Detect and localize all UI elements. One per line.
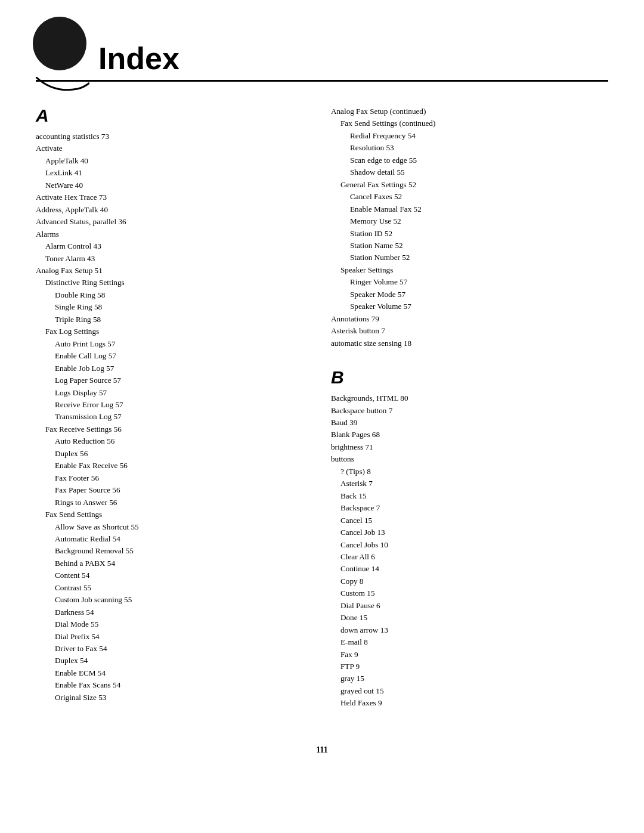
list-item: Fax Send Settings (continued)	[340, 117, 608, 129]
list-item: Duplex 54	[55, 655, 313, 667]
page-footer: 111	[0, 745, 644, 773]
header-circle-decoration	[33, 17, 86, 70]
page: Index A accounting statistics 73Activate…	[0, 0, 644, 833]
list-item: Cancel Faxes 52	[350, 191, 608, 203]
list-item: Enable Job Log 57	[55, 363, 313, 374]
list-item: Backspace 7	[340, 502, 608, 514]
list-item: LexLink 41	[45, 167, 313, 179]
list-item: Alarms	[36, 228, 313, 240]
list-item: Duplex 56	[55, 448, 313, 460]
page-number: 111	[316, 745, 327, 754]
list-item: Alarm Control 43	[45, 240, 313, 252]
list-item: Fax Send Settings	[45, 509, 313, 521]
left-column: A accounting statistics 73ActivateAppleT…	[36, 106, 313, 710]
list-item: Memory Use 52	[350, 215, 608, 227]
right-column: Analog Fax Setup (continued) Fax Send Se…	[331, 106, 608, 710]
section-b-area: B Backgrounds, HTML 80Backspace button 7…	[331, 367, 608, 710]
list-item: Speaker Volume 57	[350, 301, 608, 312]
right-analog-entries: Fax Send Settings (continued)Redial Freq…	[331, 117, 608, 312]
list-item: Cancel 15	[340, 515, 608, 527]
list-item: Station Number 52	[350, 252, 608, 264]
list-item: Behind a PABX 54	[55, 558, 313, 569]
list-item: ? (Tips) 8	[340, 466, 608, 478]
list-item: Fax Paper Source 56	[55, 484, 313, 496]
list-item: Fax Footer 56	[55, 472, 313, 484]
list-item: Logs Display 57	[55, 387, 313, 399]
list-item: Enable ECM 54	[55, 667, 313, 679]
list-item: Redial Frequency 54	[350, 130, 608, 142]
list-item: Content 54	[55, 569, 313, 581]
list-item: Custom Job scanning 55	[55, 594, 313, 606]
list-item: Ringer Volume 57	[350, 276, 608, 288]
analog-continued-header: Analog Fax Setup (continued)	[331, 106, 608, 117]
list-item: Dial Mode 55	[55, 618, 313, 630]
list-item: Baud 39	[331, 417, 608, 429]
list-item: grayed out 15	[340, 685, 608, 697]
list-item: Activate Hex Trace 73	[36, 191, 313, 203]
list-item: Rings to Answer 56	[55, 497, 313, 509]
list-item: Enable Call Log 57	[55, 350, 313, 362]
list-item: Transmission Log 57	[55, 411, 313, 423]
header-area: Index	[0, 0, 644, 74]
list-item: Asterisk 7	[340, 478, 608, 490]
list-item: Cancel Jobs 10	[340, 539, 608, 551]
right-b-entries: Backgrounds, HTML 80Backspace button 7Ba…	[331, 392, 608, 710]
list-item: Analog Fax Setup 51	[36, 265, 313, 277]
list-item: Automatic Redial 54	[55, 533, 313, 545]
list-item: Custom 15	[340, 587, 608, 599]
list-item: Station ID 52	[350, 228, 608, 240]
list-item: Held Faxes 9	[340, 697, 608, 709]
list-item: Asterisk button 7	[331, 325, 608, 337]
list-item: Back 15	[340, 490, 608, 502]
list-item: Toner Alarm 43	[45, 253, 313, 265]
list-item: NetWare 40	[45, 179, 313, 191]
list-item: Clear All 6	[340, 551, 608, 563]
list-item: buttons	[331, 453, 608, 465]
list-item: Annotations 79	[331, 313, 608, 325]
page-title: Index	[36, 24, 608, 74]
list-item: Done 15	[340, 612, 608, 624]
header-rule	[36, 80, 608, 82]
list-item: Single Ring 58	[55, 301, 313, 313]
list-item: Continue 14	[340, 563, 608, 575]
list-item: Fax Log Settings	[45, 326, 313, 337]
list-item: Activate	[36, 143, 313, 154]
list-item: Dial Prefix 54	[55, 631, 313, 643]
list-item: Address, AppleTalk 40	[36, 204, 313, 216]
list-item: Original Size 53	[55, 692, 313, 704]
header-rule-container	[0, 80, 644, 82]
list-item: brightness 71	[331, 441, 608, 453]
list-item: Auto Print Logs 57	[55, 338, 313, 350]
list-item: Fax Receive Settings 56	[45, 423, 313, 435]
list-item: Station Name 52	[350, 240, 608, 252]
list-item: Enable Fax Receive 56	[55, 460, 313, 472]
list-item: Scan edge to edge 55	[350, 154, 608, 166]
list-item: Log Paper Source 57	[55, 374, 313, 386]
section-a-header: A	[36, 106, 313, 126]
list-item: gray 15	[340, 673, 608, 685]
list-item: Contrast 55	[55, 582, 313, 594]
list-item: Double Ring 58	[55, 289, 313, 301]
list-item: Cancel Job 13	[340, 527, 608, 538]
list-item: Driver to Fax 54	[55, 643, 313, 655]
left-entries: accounting statistics 73ActivateAppleTal…	[36, 131, 313, 704]
list-item: Speaker Settings	[340, 264, 608, 276]
list-item: Copy 8	[340, 575, 608, 587]
header-swoosh-icon	[36, 77, 89, 95]
list-item: Receive Error Log 57	[55, 399, 313, 411]
list-item: AppleTalk 40	[45, 155, 313, 167]
list-item: Enable Manual Fax 52	[350, 203, 608, 215]
content-area: A accounting statistics 73ActivateAppleT…	[0, 82, 644, 733]
list-item: accounting statistics 73	[36, 131, 313, 143]
section-b-header: B	[331, 367, 608, 388]
list-item: Enable Fax Scans 54	[55, 679, 313, 691]
list-item: General Fax Settings 52	[340, 179, 608, 191]
list-item: down arrow 13	[340, 624, 608, 636]
list-item: automatic size sensing 18	[331, 337, 608, 349]
list-item: Shadow detail 55	[350, 166, 608, 178]
list-item: Allow Save as Shortcut 55	[55, 521, 313, 533]
list-item: Advanced Status, parallel 36	[36, 216, 313, 228]
list-item: Background Removal 55	[55, 545, 313, 557]
list-item: E-mail 8	[340, 636, 608, 648]
list-item: Darkness 54	[55, 606, 313, 618]
